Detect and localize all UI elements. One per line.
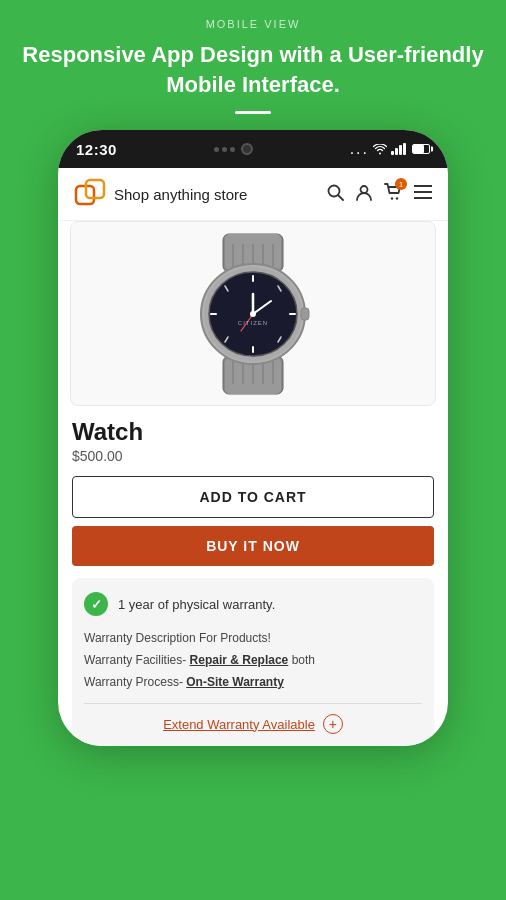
svg-point-4: [361, 186, 368, 193]
warranty-details: Warranty Description For Products! Warra…: [84, 628, 422, 693]
svg-line-3: [338, 195, 343, 200]
notch-dot-2: [222, 147, 227, 152]
warranty-desc-title: Warranty Description For Products!: [84, 628, 422, 650]
status-icons: ...: [350, 140, 430, 158]
warranty-facilities-link[interactable]: Repair & Replace: [190, 653, 289, 667]
wifi-icon: [373, 144, 387, 155]
svg-point-5: [391, 198, 393, 200]
warranty-facilities-suffix: both: [292, 653, 315, 667]
phone-time: 12:30: [76, 141, 117, 158]
warranty-divider: [84, 703, 422, 704]
view-label: MOBILE VIEW: [206, 18, 301, 30]
warranty-main-text: 1 year of physical warranty.: [118, 597, 275, 612]
warranty-check-badge: ✓: [84, 592, 108, 616]
svg-text:CITIZEN: CITIZEN: [238, 320, 268, 326]
signal-icon: [391, 143, 406, 155]
page-heading: Responsive App Design with a User-friend…: [0, 40, 506, 99]
warranty-facilities-label: Warranty Facilities-: [84, 653, 186, 667]
warranty-process-label: Warranty Process-: [84, 675, 183, 689]
phone-frame: 12:30 ...: [58, 130, 448, 746]
product-image-container: CITIZEN: [70, 221, 436, 406]
more-dots-icon: ...: [350, 140, 369, 158]
svg-point-6: [396, 198, 398, 200]
header-divider: [235, 111, 271, 114]
extend-warranty-link[interactable]: Extend Warranty Available: [163, 717, 315, 732]
user-icon[interactable]: [356, 184, 372, 205]
logo-area: Shop anything store: [74, 178, 247, 210]
buttons-area: ADD TO CART BUY IT NOW: [58, 464, 448, 566]
product-price: $500.00: [72, 448, 434, 464]
buy-now-button[interactable]: BUY IT NOW: [72, 526, 434, 566]
notch-center: [214, 143, 253, 155]
notch-camera: [241, 143, 253, 155]
store-name: Shop anything store: [114, 186, 247, 203]
warranty-header: ✓ 1 year of physical warranty.: [84, 592, 422, 616]
product-title: Watch: [72, 418, 434, 446]
app-header: Shop anything store: [58, 168, 448, 221]
notch-dot-1: [214, 147, 219, 152]
menu-icon[interactable]: [414, 185, 432, 203]
add-to-cart-button[interactable]: ADD TO CART: [72, 476, 434, 518]
product-watch-image: CITIZEN: [153, 229, 353, 399]
warranty-process-link[interactable]: On-Site Warranty: [186, 675, 284, 689]
check-mark-icon: ✓: [91, 597, 102, 612]
warranty-facilities-row: Warranty Facilities- Repair & Replace bo…: [84, 650, 422, 672]
svg-point-39: [250, 311, 256, 317]
app-logo-icon: [74, 178, 106, 210]
product-info: Watch $500.00: [58, 406, 448, 464]
search-icon[interactable]: [327, 184, 344, 205]
cart-icon[interactable]: 1: [384, 183, 402, 205]
app-nav-icons: 1: [327, 183, 432, 205]
battery-icon: [412, 144, 430, 154]
svg-rect-26: [301, 308, 309, 320]
warranty-section: ✓ 1 year of physical warranty. Warranty …: [72, 578, 434, 746]
warranty-process-row: Warranty Process- On-Site Warranty: [84, 672, 422, 694]
status-bar: 12:30 ...: [58, 130, 448, 168]
cart-badge: 1: [395, 178, 407, 190]
warranty-extend-row: Extend Warranty Available +: [84, 714, 422, 734]
extend-plus-icon[interactable]: +: [323, 714, 343, 734]
notch-dot-3: [230, 147, 235, 152]
